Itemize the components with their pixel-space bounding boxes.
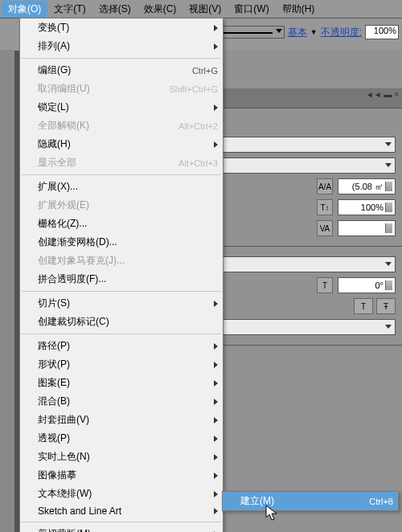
vertical-scale-input[interactable]: 100% [338,199,396,215]
menu-arrange[interactable]: 排列(A) [20,37,223,55]
menu-show-all: 显示全部Alt+Ctrl+3 [20,153,223,172]
submenu-arrow-icon [214,508,218,514]
panel-collapse-icon[interactable]: ◄◄ ▬ × [366,90,399,99]
stroke-style-dropdown[interactable] [219,26,285,39]
menu-trim-marks[interactable]: 创建裁切标记(C) [20,313,223,331]
menu-clipping-mask[interactable]: 剪切蒙版(M) [20,525,223,532]
menu-expand-appearance: 扩展外观(E) [20,196,223,215]
rotation-icon: T [317,277,333,293]
menu-expand[interactable]: 扩展(X)... [20,178,223,196]
menu-window[interactable]: 窗口(W) [228,1,275,18]
menu-shape[interactable]: 形状(P) [20,355,223,374]
compound-path-submenu: 建立(M)Ctrl+8 [222,491,399,511]
tracking-input[interactable] [338,220,396,236]
rotation-input[interactable]: 0° [338,277,396,293]
menu-transform[interactable]: 变换(T) [20,18,223,37]
menu-separator [22,291,221,292]
menu-slice[interactable]: 切片(S) [20,294,223,313]
submenu-arrow-icon [214,380,218,387]
menu-help[interactable]: 帮助(H) [276,1,322,18]
menu-separator [22,174,221,175]
menu-live-paint[interactable]: 实时上色(N) [20,448,223,466]
menubar: 对象(O) 文字(T) 选择(S) 效果(C) 视图(V) 窗口(W) 帮助(H… [0,0,402,18]
menu-rasterize[interactable]: 栅格化(Z)... [20,215,223,233]
left-rail [0,50,14,532]
submenu-arrow-icon [214,343,218,350]
menu-image-trace[interactable]: 图像描摹 [20,466,223,485]
menu-flatten[interactable]: 拼合透明度(F)... [20,270,223,289]
submenu-arrow-icon [214,25,218,31]
menu-effect[interactable]: 效果(C) [137,1,183,18]
submenu-arrow-icon [214,43,218,50]
leading-icon: A/A [317,178,333,194]
submenu-arrow-icon [214,104,218,111]
menu-separator [22,522,221,522]
basic-link[interactable]: 基本 [288,26,307,39]
submenu-arrow-icon [214,436,218,442]
submenu-arrow-icon [214,491,218,497]
vertical-scale-icon: T↕ [317,199,333,215]
submenu-arrow-icon [214,362,218,368]
menu-type[interactable]: 文字(T) [47,1,92,18]
menu-group[interactable]: 编组(G)Ctrl+G [20,61,223,80]
menu-perspective[interactable]: 透视(P) [20,429,223,448]
font-size-input[interactable]: (5.08 ㎡ [338,178,396,194]
menu-blend[interactable]: 混合(B) [20,392,223,411]
menu-object[interactable]: 对象(O) [2,1,47,18]
menu-path[interactable]: 路径(P) [20,337,223,355]
menu-lock[interactable]: 锁定(L) [20,98,223,117]
chevron-down-icon[interactable]: ▼ [310,28,318,36]
strikethrough-icon[interactable]: Ŧ [376,298,396,314]
menu-envelope[interactable]: 封套扭曲(V) [20,411,223,429]
menu-separator [22,334,221,334]
submenu-arrow-icon [214,454,218,460]
menu-unlock-all: 全部解锁(K)Alt+Ctrl+2 [20,117,223,135]
menu-select[interactable]: 选择(S) [92,1,137,18]
submenu-arrow-icon [214,141,218,148]
submenu-arrow-icon [214,417,218,424]
submenu-arrow-icon [214,399,218,405]
menu-text-wrap[interactable]: 文本绕排(W) [20,485,223,503]
submenu-arrow-icon [214,301,218,307]
menu-mosaic: 创建对象马赛克(J)... [20,252,223,270]
menu-gradient-mesh[interactable]: 创建渐变网格(D)... [20,233,223,252]
menu-pattern[interactable]: 图案(E) [20,374,223,392]
opacity-label[interactable]: 不透明度: [321,26,362,39]
menu-sketch-line-art[interactable]: Sketch and Line Art [20,503,223,519]
opacity-input[interactable]: 100% [365,25,399,39]
underline-icon[interactable]: T [354,298,373,314]
menu-view[interactable]: 视图(V) [183,1,228,18]
submenu-arrow-icon [214,473,218,479]
object-menu-dropdown: 变换(T) 排列(A) 编组(G)Ctrl+G 取消编组(U)Shift+Ctr… [19,18,224,532]
tracking-icon: VA [317,220,333,236]
submenu-make[interactable]: 建立(M)Ctrl+8 [223,492,398,510]
menu-ungroup: 取消编组(U)Shift+Ctrl+G [20,80,223,98]
menu-hide[interactable]: 隐藏(H) [20,135,223,153]
menu-separator [22,58,221,59]
